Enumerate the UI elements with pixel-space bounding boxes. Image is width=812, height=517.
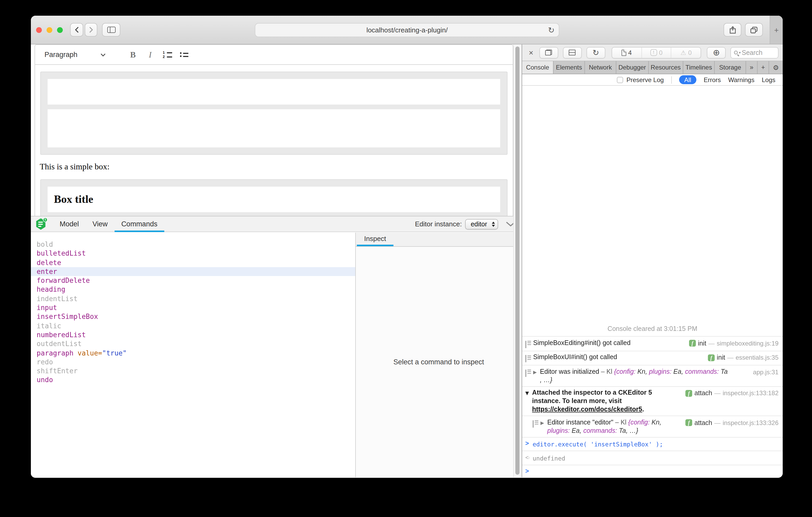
source-location[interactable]: inspector.js:133:326: [723, 419, 779, 427]
scope-errors[interactable]: Errors: [704, 76, 721, 83]
console-log-row-nested[interactable]: ▶ Editor instance "editor" – Kl {config:…: [522, 416, 783, 437]
disclosure-open-icon[interactable]: ▼: [525, 388, 532, 397]
simple-box-widget[interactable]: Box title: [40, 179, 508, 216]
close-window-button[interactable]: [36, 27, 42, 33]
scrollbar-thumb[interactable]: [515, 47, 520, 475]
command-item-insertSimpleBox[interactable]: insertSimpleBox: [31, 312, 355, 322]
new-tab-plus[interactable]: +: [758, 61, 769, 74]
log-icon: [525, 369, 526, 377]
console-input-echo-row[interactable]: > editor.execute( 'insertSimpleBox' );: [522, 437, 783, 451]
warning-count[interactable]: ⚠ 0: [671, 47, 701, 58]
back-button[interactable]: [70, 23, 83, 37]
tab-overflow[interactable]: »: [746, 61, 758, 74]
editor-paragraph[interactable]: This is a simple box:: [40, 161, 510, 172]
minimize-window-button[interactable]: [47, 27, 52, 33]
console-prompt-row[interactable]: >: [522, 464, 783, 477]
scope-warnings[interactable]: Warnings: [728, 76, 754, 83]
error-count[interactable]: ! 0: [641, 47, 671, 58]
inspector-search-field[interactable]: ▾: [730, 47, 779, 58]
command-item-paragraph[interactable]: paragraph value="true": [31, 348, 355, 358]
console-log-row[interactable]: ▶ Editor was initialized – Kl {config: K…: [522, 365, 783, 386]
bulleted-list-button[interactable]: [179, 52, 190, 57]
log-icon: [525, 355, 526, 362]
command-item-forwardDelete[interactable]: forwardDelete: [31, 276, 355, 285]
reload-icon[interactable]: ↻: [548, 26, 555, 35]
tab-timelines[interactable]: Timelines: [683, 61, 715, 74]
disclosure-closed-icon[interactable]: ▶: [541, 418, 547, 427]
paragraph-dropdown[interactable]: Paragraph: [41, 49, 109, 61]
prompt-icon: >: [525, 467, 532, 475]
reload-page-button[interactable]: ↻: [586, 47, 605, 58]
activity-summary[interactable]: 4 ! 0 ⚠ 0: [611, 47, 701, 58]
tab-overview-button[interactable]: [745, 23, 763, 37]
tab-storage[interactable]: Storage: [715, 61, 746, 74]
command-item-input[interactable]: input: [31, 303, 355, 312]
sidebar-toggle-button[interactable]: [102, 23, 120, 37]
command-item-shiftEnter[interactable]: shiftEnter: [31, 366, 355, 375]
preserve-log-toggle[interactable]: Preserve Log: [617, 76, 664, 83]
source-location[interactable]: inspector.js:133:182: [723, 389, 779, 397]
forward-button[interactable]: [85, 23, 97, 37]
command-item-heading[interactable]: heading: [31, 285, 355, 294]
ckeditor-docs-link[interactable]: https://ckeditor.com/docs/ckeditor5: [532, 406, 642, 413]
tab-model[interactable]: Model: [53, 216, 86, 232]
element-picker-button[interactable]: ⊕: [707, 47, 726, 58]
function-badge-icon: f: [686, 419, 692, 426]
console-log-row-expanded[interactable]: ▼ Attached the inspector to a CKEditor 5…: [522, 386, 783, 416]
scope-all[interactable]: All: [679, 75, 696, 84]
tab-view[interactable]: View: [86, 216, 115, 232]
inspect-empty-message: Select a command to inspect: [356, 247, 522, 477]
italic-button[interactable]: I: [144, 50, 156, 59]
disclosure-closed-icon[interactable]: ▶: [533, 367, 540, 376]
command-item-enter[interactable]: enter: [31, 267, 355, 276]
command-item-italic[interactable]: italic: [31, 321, 355, 330]
search-input[interactable]: [742, 49, 775, 56]
address-bar[interactable]: localhost/creating-a-plugin/ ↻: [255, 23, 559, 37]
command-item-undo[interactable]: undo: [31, 375, 355, 385]
caller-function: attach: [694, 419, 712, 427]
source-location[interactable]: simpleboxediting.js:19: [717, 339, 779, 347]
tab-console[interactable]: Console: [522, 61, 554, 74]
source-location[interactable]: essentials.js:35: [735, 354, 779, 362]
numbered-list-button[interactable]: 1 2: [162, 51, 173, 58]
simple-box-widget-selected[interactable]: [40, 71, 508, 155]
url-text: localhost/creating-a-plugin/: [367, 26, 448, 34]
new-tab-button[interactable]: +: [770, 16, 783, 44]
function-badge-icon: f: [708, 354, 715, 361]
scope-logs[interactable]: Logs: [762, 76, 775, 83]
share-button[interactable]: [724, 23, 742, 37]
simple-box-title-field[interactable]: Box title: [48, 187, 500, 212]
console-result-row[interactable]: <· undefined: [522, 451, 783, 464]
command-item-outdentList[interactable]: outdentList: [31, 339, 355, 349]
command-item-bold[interactable]: bold: [31, 240, 355, 249]
source-location[interactable]: app.js:31: [753, 368, 779, 376]
command-item-delete[interactable]: delete: [31, 258, 355, 267]
preserve-log-checkbox[interactable]: [617, 77, 624, 83]
tab-debugger[interactable]: Debugger: [616, 61, 648, 74]
tab-elements[interactable]: Elements: [554, 61, 585, 74]
command-item-bulletedList[interactable]: bulletedList: [31, 249, 355, 258]
dock-bottom-button[interactable]: [563, 47, 582, 58]
simple-box-description-field[interactable]: [48, 109, 500, 147]
undock-button[interactable]: [540, 47, 558, 58]
command-item-redo[interactable]: redo: [31, 358, 355, 367]
command-item-indentList[interactable]: indentList: [31, 294, 355, 303]
bold-button[interactable]: B: [126, 50, 139, 59]
editor-editable-area[interactable]: This is a simple box: Box title: [35, 65, 513, 216]
tab-inspect[interactable]: Inspect: [357, 233, 394, 246]
crosshair-icon: ⊕: [713, 48, 720, 58]
resource-count[interactable]: 4: [612, 47, 641, 58]
console-log-row[interactable]: SimpleBoxUI#init() got called f init — e…: [522, 351, 783, 365]
editor-instance-select[interactable]: editor: [465, 219, 498, 229]
console-output: Console cleared at 3:01:15 PM SimpleBoxE…: [522, 86, 783, 477]
settings-tab[interactable]: ⚙: [769, 61, 783, 74]
page-scrollbar[interactable]: [513, 44, 522, 477]
console-log-row[interactable]: SimpleBoxEditing#init() got called f ini…: [522, 336, 783, 351]
command-item-numberedList[interactable]: numberedList: [31, 330, 355, 339]
tab-resources[interactable]: Resources: [648, 61, 683, 74]
tab-network[interactable]: Network: [585, 61, 616, 74]
tab-commands[interactable]: Commands: [115, 216, 164, 232]
simple-box-title-field[interactable]: [48, 79, 500, 104]
zoom-window-button[interactable]: [57, 27, 63, 33]
close-inspector-button[interactable]: ×: [526, 48, 536, 57]
